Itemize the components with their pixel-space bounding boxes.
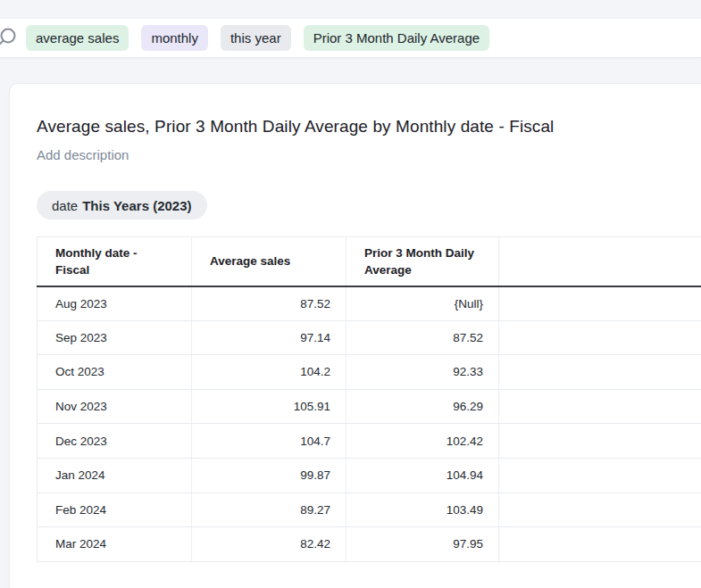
table-row: Jan 202499.87104.94: [38, 458, 701, 493]
table-row: Feb 202489.27103.49: [38, 493, 701, 527]
table-row: Dec 2023104.7102.42: [38, 424, 701, 459]
table-cell-empty: [499, 355, 701, 390]
answer-card: Average sales, Prior 3 Month Daily Avera…: [9, 83, 701, 588]
column-header-monthly-date[interactable]: Monthly date - Fiscal: [38, 237, 192, 286]
search-token[interactable]: monthly: [141, 25, 208, 51]
cell-monthly-date: Feb 2024: [38, 493, 192, 527]
search-token-list: average salesmonthlythis yearPrior 3 Mon…: [26, 25, 489, 51]
table-cell-empty: [499, 424, 701, 459]
cell-monthly-date: Aug 2023: [38, 286, 192, 321]
table-row: Oct 2023104.292.33: [38, 355, 701, 390]
cell-monthly-date: Sep 2023: [38, 320, 192, 355]
cell-monthly-date: Mar 2024: [38, 527, 192, 562]
cell-prior-3-month: {Null}: [346, 286, 499, 321]
results-table-container: Monthly date - Fiscal Average sales Prio…: [37, 236, 701, 562]
date-filter-pill[interactable]: date This Years (2023): [37, 191, 207, 219]
cell-monthly-date: Oct 2023: [38, 355, 192, 390]
table-row: Mar 202482.4297.95: [38, 527, 701, 562]
cell-average-sales: 104.7: [192, 424, 346, 459]
cell-average-sales: 105.91: [192, 389, 346, 424]
table-row: Sep 202397.1487.52: [38, 320, 701, 355]
table-cell-empty: [499, 458, 701, 493]
column-header-prior-3-month[interactable]: Prior 3 Month Daily Average: [346, 237, 499, 286]
column-header-average-sales[interactable]: Average sales: [192, 237, 346, 286]
filter-value: This Years (2023): [82, 198, 191, 213]
table-cell-empty: [499, 527, 701, 562]
search-bar[interactable]: average salesmonthlythis yearPrior 3 Mon…: [0, 18, 701, 58]
column-header-empty: [499, 237, 701, 286]
cell-prior-3-month: 103.49: [346, 493, 499, 527]
table-cell-empty: [499, 286, 701, 321]
filter-prefix: date: [52, 198, 78, 213]
table-cell-empty: [499, 389, 701, 424]
cell-monthly-date: Nov 2023: [38, 389, 192, 424]
search-token[interactable]: this year: [221, 25, 291, 51]
cell-prior-3-month: 87.52: [346, 320, 499, 355]
cell-average-sales: 99.87: [192, 458, 346, 493]
cell-prior-3-month: 104.94: [346, 458, 499, 493]
search-token[interactable]: Prior 3 Month Daily Average: [304, 25, 489, 51]
cell-prior-3-month: 96.29: [346, 389, 499, 424]
cell-average-sales: 97.14: [192, 320, 346, 355]
search-icon: [0, 27, 18, 50]
cell-monthly-date: Dec 2023: [38, 424, 192, 459]
cell-average-sales: 89.27: [192, 493, 346, 527]
table-cell-empty: [499, 493, 701, 527]
page-title: Average sales, Prior 3 Month Daily Avera…: [37, 115, 701, 138]
cell-prior-3-month: 92.33: [346, 355, 499, 390]
cell-average-sales: 87.52: [192, 286, 346, 321]
table-row: Nov 2023105.9196.29: [38, 389, 701, 424]
app-root: { "search": { "icon": "magnifier-icon", …: [0, 0, 701, 588]
cell-prior-3-month: 102.42: [346, 424, 499, 459]
cell-prior-3-month: 97.95: [346, 527, 499, 562]
search-token[interactable]: average sales: [26, 25, 129, 51]
cell-average-sales: 82.42: [192, 527, 346, 562]
add-description-link[interactable]: Add description: [37, 146, 129, 164]
table-row: Aug 202387.52{Null}: [38, 286, 701, 321]
cell-average-sales: 104.2: [192, 355, 346, 390]
table-cell-empty: [499, 320, 701, 355]
table-header-row: Monthly date - Fiscal Average sales Prio…: [38, 237, 701, 286]
results-table: Monthly date - Fiscal Average sales Prio…: [37, 236, 701, 562]
cell-monthly-date: Jan 2024: [38, 458, 192, 493]
